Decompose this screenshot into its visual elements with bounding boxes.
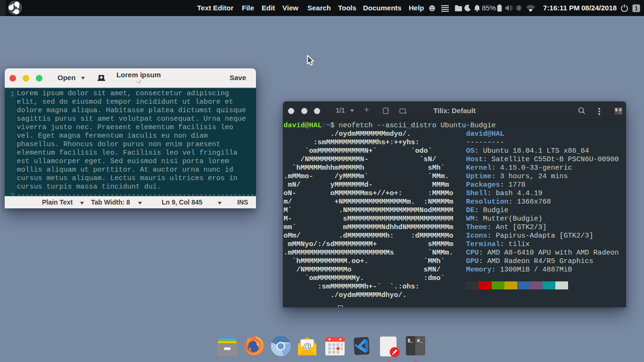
svg-text:#_: #_ [417,338,423,344]
svg-text:$_: $_ [408,338,414,344]
